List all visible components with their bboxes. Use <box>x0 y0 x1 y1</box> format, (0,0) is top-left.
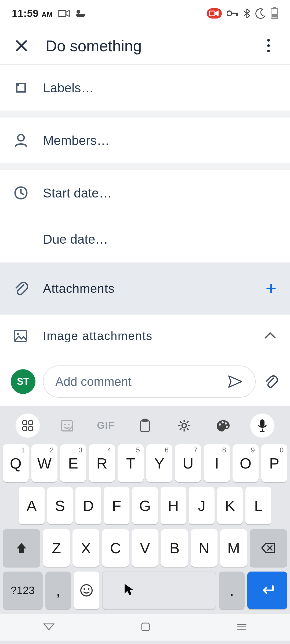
svg-rect-3 <box>207 8 222 19</box>
key-c[interactable]: C <box>102 529 129 567</box>
key-b[interactable]: B <box>161 529 188 567</box>
key-space[interactable] <box>102 572 216 609</box>
svg-point-8 <box>17 84 19 86</box>
camera-icon <box>58 9 70 17</box>
moon-icon <box>255 8 266 19</box>
members-label: Members… <box>43 133 277 148</box>
svg-point-19 <box>68 424 70 425</box>
more-button[interactable] <box>260 38 277 54</box>
svg-point-9 <box>18 134 24 141</box>
key-t[interactable]: T5 <box>118 444 144 482</box>
key-enter[interactable] <box>247 572 287 609</box>
svg-rect-2 <box>76 14 85 17</box>
attachments-label: Attachments <box>43 281 266 296</box>
connection-icon <box>75 9 86 18</box>
key-symbols[interactable]: ?123 <box>3 572 43 609</box>
keyboard-row-4: ?123 , . <box>0 567 290 614</box>
nav-back-button[interactable] <box>43 623 55 632</box>
close-button[interactable] <box>13 38 30 54</box>
nav-recents-button[interactable] <box>236 623 247 632</box>
kb-gif-button[interactable]: GIF <box>94 414 118 438</box>
svg-point-29 <box>84 588 85 590</box>
key-y[interactable]: Y6 <box>146 444 172 482</box>
labels-row[interactable]: Labels… <box>0 65 290 111</box>
system-nav-bar <box>0 614 290 641</box>
svg-rect-13 <box>23 421 27 425</box>
start-date-row[interactable]: Start date… <box>0 170 290 216</box>
kb-app-grid-icon[interactable] <box>16 414 40 438</box>
key-r[interactable]: R4 <box>89 444 115 482</box>
key-period[interactable]: . <box>219 572 245 609</box>
comment-field-container[interactable] <box>43 365 256 398</box>
keyboard-row-2: ASDFGHJKL <box>3 487 287 524</box>
key-emoji[interactable] <box>74 572 100 609</box>
key-z[interactable]: Z <box>43 529 70 567</box>
mouse-cursor-icon <box>124 582 134 600</box>
image-attachments-row[interactable]: Image attachments <box>0 314 290 357</box>
svg-point-25 <box>225 422 227 425</box>
comment-bar: ST <box>0 357 290 406</box>
page-title: Do something <box>46 37 244 55</box>
record-badge-icon <box>207 8 222 19</box>
key-s[interactable]: S <box>47 487 73 524</box>
svg-point-22 <box>182 423 186 428</box>
svg-rect-0 <box>58 10 66 16</box>
labels-label: Labels… <box>43 80 277 95</box>
key-d[interactable]: D <box>75 487 101 524</box>
due-date-row[interactable]: Due date… <box>0 216 290 262</box>
due-date-label: Due date… <box>43 232 277 247</box>
svg-rect-7 <box>236 13 238 16</box>
svg-point-5 <box>227 11 232 16</box>
image-icon <box>13 330 43 342</box>
comment-input[interactable] <box>55 374 222 389</box>
collapse-icon[interactable] <box>264 331 277 341</box>
kb-settings-icon[interactable] <box>172 414 196 438</box>
kb-mic-icon[interactable] <box>250 414 274 438</box>
key-v[interactable]: V <box>132 529 158 567</box>
app-header: Do something <box>0 27 290 64</box>
svg-rect-27 <box>260 419 264 427</box>
key-icon <box>227 10 238 17</box>
start-date-label: Start date… <box>43 186 277 200</box>
key-f[interactable]: F <box>104 487 130 524</box>
attachments-row[interactable]: Attachments + <box>0 263 290 314</box>
key-m[interactable]: M <box>220 529 247 567</box>
key-backspace[interactable] <box>250 529 287 567</box>
key-g[interactable]: G <box>132 487 158 524</box>
key-w[interactable]: W2 <box>31 444 57 482</box>
user-avatar[interactable]: ST <box>11 369 35 394</box>
key-l[interactable]: L <box>245 487 271 524</box>
key-comma[interactable]: , <box>45 572 71 609</box>
kb-palette-icon[interactable] <box>211 414 235 438</box>
key-u[interactable]: U7 <box>175 444 201 482</box>
key-n[interactable]: N <box>191 529 218 567</box>
key-e[interactable]: E3 <box>60 444 86 482</box>
svg-point-28 <box>81 585 92 596</box>
nav-home-button[interactable] <box>141 622 150 632</box>
kb-sticker-icon[interactable] <box>55 414 79 438</box>
label-icon <box>13 80 43 95</box>
key-a[interactable]: A <box>19 487 45 524</box>
svg-rect-16 <box>29 427 32 430</box>
svg-point-12 <box>17 333 19 335</box>
add-attachment-button[interactable]: + <box>266 278 277 299</box>
attach-button[interactable] <box>263 374 279 390</box>
keyboard-row-3: ZXCVBNM <box>3 529 287 567</box>
status-bar: 11:59 AM <box>0 0 290 27</box>
key-x[interactable]: X <box>73 529 99 567</box>
paperclip-icon <box>13 281 43 296</box>
send-button[interactable] <box>227 374 243 390</box>
key-h[interactable]: H <box>161 487 186 524</box>
key-o[interactable]: O9 <box>233 444 259 482</box>
key-q[interactable]: Q1 <box>3 444 29 482</box>
kb-clipboard-icon[interactable] <box>133 414 157 438</box>
key-k[interactable]: K <box>217 487 243 524</box>
svg-point-26 <box>226 426 228 428</box>
keyboard-row-1: Q1W2E3R4T5Y6U7I8O9P0 <box>3 444 287 482</box>
key-p[interactable]: P0 <box>261 444 287 482</box>
bluetooth-icon <box>243 8 250 19</box>
key-i[interactable]: I8 <box>204 444 230 482</box>
key-j[interactable]: J <box>189 487 215 524</box>
members-row[interactable]: Members… <box>0 118 290 163</box>
key-shift[interactable] <box>3 529 40 567</box>
